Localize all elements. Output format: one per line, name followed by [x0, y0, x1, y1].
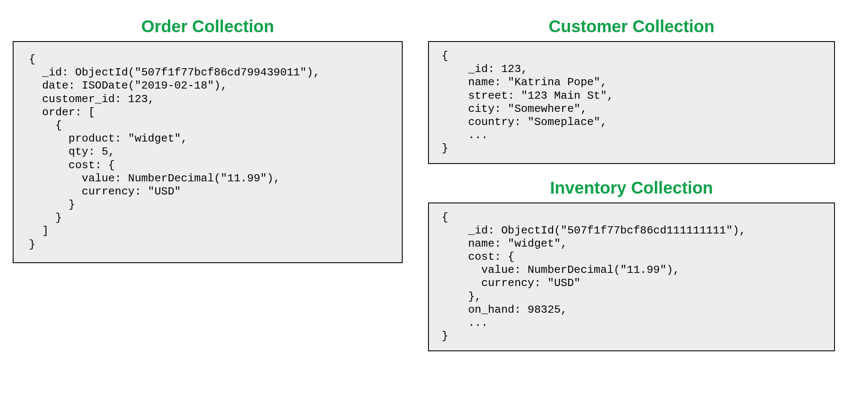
inventory-collection-code: { _id: ObjectId("507f1f77bcf86cd11111111… [428, 203, 835, 352]
customer-collection-code: { _id: 123, name: "Katrina Pope", street… [428, 41, 835, 164]
inventory-collection-title: Inventory Collection [428, 178, 835, 197]
document-root: Order Collection { _id: ObjectId("507f1f… [0, 0, 868, 383]
right-column: Customer Collection { _id: 123, name: "K… [428, 17, 835, 366]
customer-collection-title: Customer Collection [428, 17, 835, 36]
order-collection-code: { _id: ObjectId("507f1f77bcf86cd79943901… [13, 41, 403, 263]
left-column: Order Collection { _id: ObjectId("507f1f… [13, 17, 403, 366]
order-collection-title: Order Collection [13, 17, 403, 36]
